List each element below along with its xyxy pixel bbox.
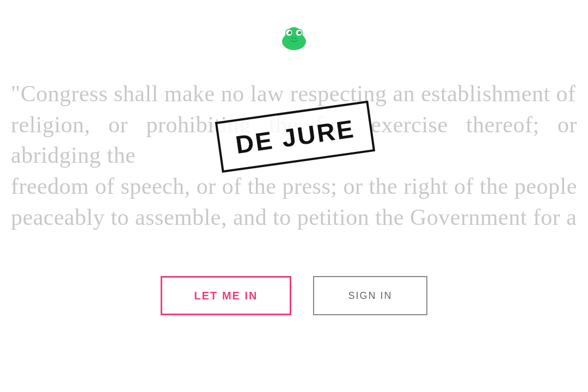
logo-area — [278, 22, 310, 57]
quote-line3: freedom of speech, or of the press; or t… — [11, 174, 577, 199]
quote-section: "Congress shall make no law respecting a… — [11, 78, 577, 232]
svg-point-9 — [298, 31, 299, 32]
svg-point-8 — [288, 31, 289, 32]
buttons-section: LET ME IN SIGN IN — [161, 276, 427, 315]
let-me-in-button[interactable]: LET ME IN — [161, 276, 291, 315]
svg-point-11 — [295, 38, 297, 39]
svg-point-10 — [292, 38, 293, 39]
frog-logo-icon — [278, 22, 310, 54]
stamp-text: DE JURE — [234, 114, 356, 159]
quote-line4: peaceably to assemble, and to petition t… — [11, 205, 577, 230]
main-container: "Congress shall make no law respecting a… — [0, 0, 588, 392]
quote-line1: "Congress shall make no law respecting a… — [11, 81, 576, 106]
sign-in-button[interactable]: SIGN IN — [313, 276, 427, 315]
